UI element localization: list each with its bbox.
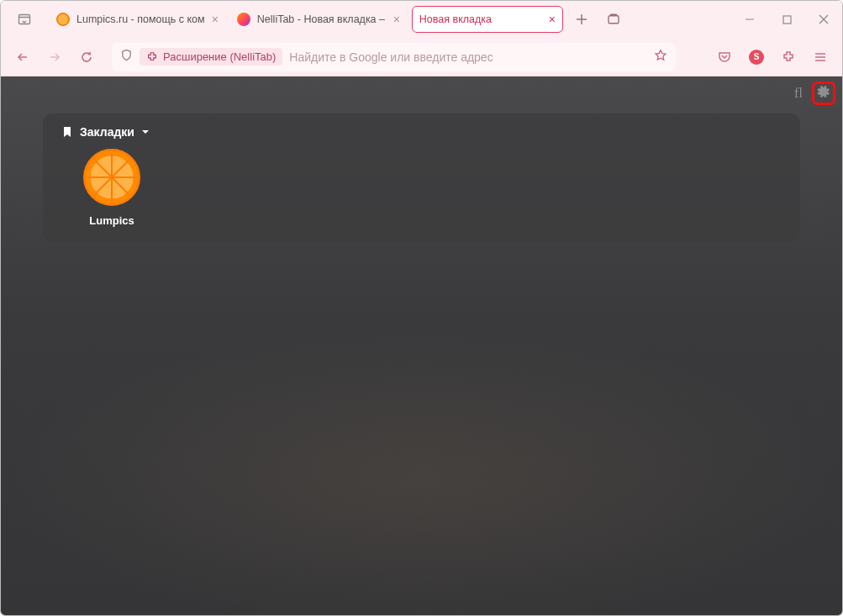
close-icon[interactable]: × bbox=[393, 13, 400, 26]
app-menu-button[interactable] bbox=[807, 44, 834, 71]
nellitab-top-actions: fl bbox=[788, 82, 835, 105]
tab-history-button[interactable] bbox=[13, 8, 36, 31]
account-button[interactable]: S bbox=[743, 44, 770, 71]
toolbar: Расширение (NelliTab) Найдите в Google и… bbox=[1, 38, 842, 76]
tab-strip: Lumpics.ru - помощь с ком × NelliTab - Н… bbox=[50, 6, 627, 33]
settings-button-highlight bbox=[812, 82, 835, 105]
extension-label: Расширение (NelliTab) bbox=[163, 50, 276, 63]
tile-lumpics[interactable]: Lumpics bbox=[61, 149, 162, 227]
bookmark-icon bbox=[61, 126, 73, 138]
new-tab-button[interactable] bbox=[568, 6, 595, 33]
bookmark-star-icon[interactable] bbox=[654, 49, 667, 66]
maximize-button[interactable] bbox=[768, 1, 805, 38]
pocket-button[interactable] bbox=[711, 44, 738, 71]
titlebar: Lumpics.ru - помощь с ком × NelliTab - Н… bbox=[1, 1, 842, 38]
bookmarks-tiles: Lumpics bbox=[61, 149, 782, 227]
bookmarks-title: Закладки bbox=[80, 125, 134, 139]
minimize-button[interactable] bbox=[731, 1, 768, 38]
forward-button bbox=[41, 44, 68, 71]
tab-nellitab[interactable]: NelliTab - Новая вкладка – 3 × bbox=[230, 6, 407, 33]
account-badge: S bbox=[749, 50, 764, 65]
reload-button[interactable] bbox=[73, 44, 100, 71]
list-all-tabs-button[interactable] bbox=[600, 6, 627, 33]
back-button[interactable] bbox=[9, 44, 36, 71]
tile-label: Lumpics bbox=[89, 214, 134, 227]
address-bar[interactable]: Расширение (NelliTab) Найдите в Google и… bbox=[112, 43, 676, 71]
tab-label: Новая вкладка bbox=[419, 13, 542, 25]
tab-lumpics[interactable]: Lumpics.ru - помощь с ком × bbox=[50, 6, 225, 33]
svg-rect-6 bbox=[783, 16, 791, 24]
orange-slice-icon bbox=[83, 149, 140, 206]
close-icon[interactable]: × bbox=[212, 13, 219, 26]
bookmarks-panel: Закладки Lumpics bbox=[43, 113, 800, 242]
shield-icon bbox=[120, 49, 133, 65]
gear-icon[interactable] bbox=[817, 85, 830, 102]
firefox-icon bbox=[237, 13, 250, 26]
close-icon[interactable]: × bbox=[549, 13, 556, 26]
svg-rect-4 bbox=[609, 16, 619, 24]
tab-label: NelliTab - Новая вкладка – 3 bbox=[257, 13, 387, 25]
extension-chip[interactable]: Расширение (NelliTab) bbox=[140, 48, 282, 66]
tab-label: Lumpics.ru - помощь с ком bbox=[76, 13, 205, 25]
close-window-button[interactable] bbox=[805, 1, 842, 38]
window-controls bbox=[731, 1, 842, 38]
tab-newtab-active[interactable]: Новая вкладка × bbox=[412, 6, 563, 33]
news-button[interactable]: fl bbox=[788, 86, 809, 101]
extensions-button[interactable] bbox=[775, 44, 802, 71]
address-bar-placeholder: Найдите в Google или введите адрес bbox=[289, 50, 493, 64]
nellitab-page: fl Закладки Lumpics bbox=[1, 76, 842, 615]
bookmarks-header[interactable]: Закладки bbox=[61, 125, 782, 139]
chevron-down-icon bbox=[141, 128, 150, 136]
orange-slice-icon bbox=[56, 13, 70, 26]
